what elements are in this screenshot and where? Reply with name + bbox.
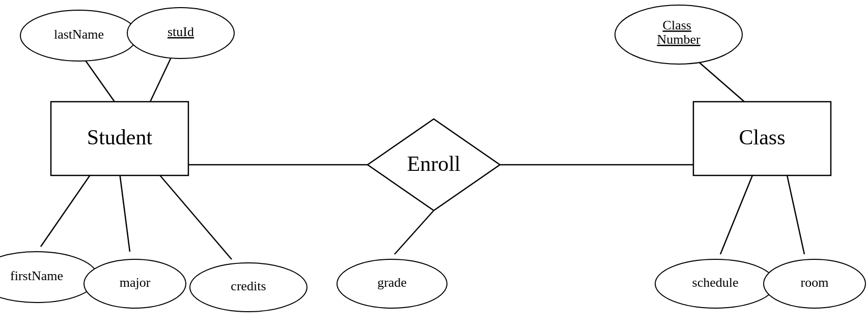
conn-lastname-student: [84, 58, 115, 102]
stuid-text: stuId: [167, 24, 194, 39]
er-diagram: Enroll Student Class lastName stuId firs…: [0, 0, 868, 330]
conn-classnumber-class: [696, 60, 744, 102]
lastname-text: lastName: [54, 27, 104, 42]
credits-text: credits: [231, 279, 266, 293]
room-text: room: [801, 275, 829, 290]
conn-enroll-grade: [395, 211, 434, 254]
enroll-label: Enroll: [407, 152, 461, 175]
conn-student-firstname: [41, 173, 92, 247]
major-text: major: [120, 275, 151, 290]
class-label: Class: [739, 126, 785, 149]
conn-class-room: [787, 173, 804, 254]
firstname-text: firstName: [10, 268, 63, 283]
grade-text: grade: [377, 275, 407, 290]
conn-class-schedule: [720, 173, 753, 254]
conn-stuid-student: [150, 53, 173, 102]
student-label: Student: [87, 126, 153, 149]
schedule-text: schedule: [692, 275, 739, 290]
conn-student-credits: [158, 173, 232, 259]
conn-student-major: [120, 173, 130, 252]
classnumber-text: Class Number: [657, 18, 701, 47]
